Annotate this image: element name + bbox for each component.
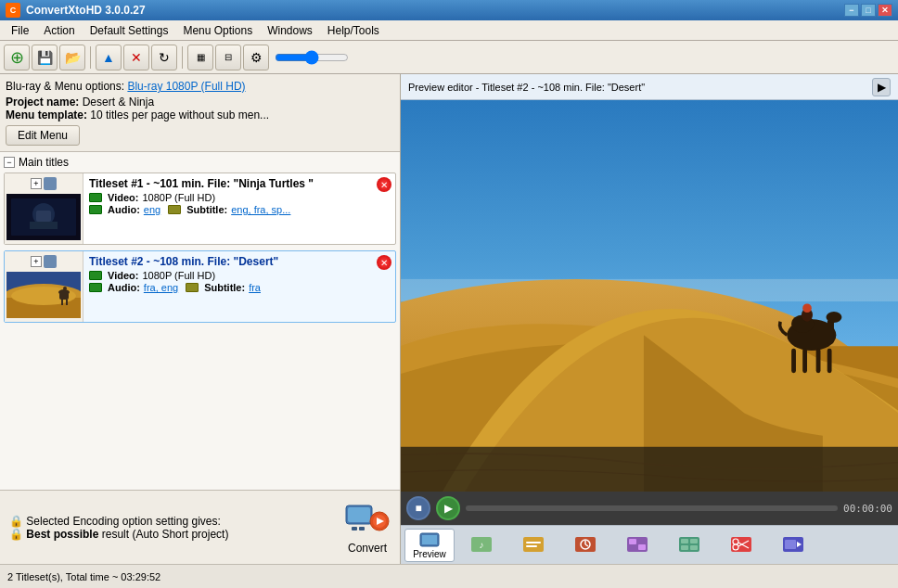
view-btn1[interactable]: ▦ xyxy=(187,45,213,70)
expand-icon[interactable]: − xyxy=(4,157,15,168)
audio-icon-2 xyxy=(89,283,102,292)
toolbar-sep2 xyxy=(182,46,183,69)
titleset-1-expand: + xyxy=(31,177,57,190)
preview-nav-arrow[interactable]: ▶ xyxy=(872,78,891,96)
titleset-1-remove[interactable]: ✕ xyxy=(377,177,391,192)
menu-file[interactable]: File xyxy=(4,20,36,40)
app-icon: C xyxy=(6,3,20,18)
menu-default-settings[interactable]: Default Settings xyxy=(83,20,176,40)
multi-tab-icon xyxy=(679,536,699,553)
convert-button-area[interactable]: Convert xyxy=(344,501,391,555)
encoding-info-line1: 🔒 Selected Encoding option setting gives… xyxy=(9,515,335,528)
maximize-button[interactable]: □ xyxy=(861,4,876,17)
titleset-1-audio[interactable]: eng xyxy=(144,204,160,215)
best-possible-label: Best possible xyxy=(26,528,98,541)
title-bar: C ConvertXtoHD 3.0.0.27 − □ ✕ xyxy=(0,0,898,20)
audio-label-1: Audio: xyxy=(108,204,140,215)
window-controls: − □ ✕ xyxy=(844,4,892,17)
menu-windows[interactable]: Windows xyxy=(260,20,320,40)
edit-menu-button[interactable]: Edit Menu xyxy=(6,125,80,146)
svg-rect-4 xyxy=(30,222,58,229)
subtitle-label-1: Subtitle: xyxy=(186,204,227,215)
svg-rect-54 xyxy=(681,545,688,550)
titleset-1-subtitle[interactable]: eng, fra, sp... xyxy=(231,204,290,215)
titleset-1-video: 1080P (Full HD) xyxy=(142,192,215,203)
subtitle-label-2: Subtitle: xyxy=(204,282,245,293)
svg-rect-33 xyxy=(827,349,832,374)
titleset-1-expand-icon[interactable]: + xyxy=(31,178,42,189)
menu-action[interactable]: Action xyxy=(36,20,82,40)
svg-rect-42 xyxy=(526,542,541,543)
svg-rect-50 xyxy=(638,544,646,550)
toolbar-sep1 xyxy=(90,46,91,69)
status-bar: 2 Titleset(s), Total time ~ 03:29:52 xyxy=(0,564,898,588)
convert-info: 🔒 Selected Encoding option setting gives… xyxy=(9,515,335,541)
svg-rect-38 xyxy=(422,535,437,544)
settings-button[interactable]: ⚙ xyxy=(243,45,269,70)
save-button[interactable]: 💾 xyxy=(32,45,58,70)
left-panel: Blu-ray & Menu options: Blu-ray 1080P (F… xyxy=(0,74,401,564)
desert-scene xyxy=(401,100,898,492)
svg-rect-11 xyxy=(59,292,69,300)
project-name-line: Project name: Desert & Ninja xyxy=(6,96,394,109)
refresh-button[interactable]: ↻ xyxy=(151,45,177,70)
menu-options[interactable]: Menu Options xyxy=(175,20,260,40)
tab-video2[interactable] xyxy=(768,533,818,556)
video-icon-1 xyxy=(89,193,102,202)
preview-tabs: Preview ♪ xyxy=(401,525,898,564)
encoding-info-line2: 🔒 Best possible result (Auto Short proje… xyxy=(9,528,335,541)
titleset-2-expand-icon[interactable]: + xyxy=(31,256,42,267)
tab-cut[interactable] xyxy=(716,533,766,556)
svg-rect-53 xyxy=(690,539,698,543)
minimize-button[interactable]: − xyxy=(844,4,859,17)
new-button[interactable]: ⊕ xyxy=(4,45,30,70)
blu-ray-link[interactable]: Blu-ray 1080P (Full HD) xyxy=(127,80,245,93)
tab-effects[interactable] xyxy=(612,533,662,556)
right-panel: Preview editor - Titleset #2 - ~108 min.… xyxy=(401,74,898,564)
cancel-button[interactable]: ✕ xyxy=(123,45,149,70)
titleset-1-audio-row: Audio: eng Subtitle: eng, fra, sp... xyxy=(89,204,367,215)
svg-rect-3 xyxy=(36,211,51,222)
stop-button[interactable]: ■ xyxy=(406,496,430,520)
svg-rect-30 xyxy=(791,349,796,374)
svg-rect-31 xyxy=(802,349,807,374)
titleset-1-item: + Titleset #1 - ~101 min. xyxy=(4,173,396,245)
video-label-1: Video: xyxy=(108,192,138,203)
titleset-2-remove[interactable]: ✕ xyxy=(377,255,391,270)
titleset-2-subtitle[interactable]: fra xyxy=(249,282,261,293)
svg-rect-55 xyxy=(690,545,698,550)
tab-audio[interactable]: ♪ xyxy=(456,533,507,556)
up-button[interactable]: ▲ xyxy=(96,45,122,70)
titleset-2-audio[interactable]: fra, eng xyxy=(144,282,178,293)
titleset-2-audio-row: Audio: fra, eng Subtitle: fra xyxy=(89,282,367,293)
section-label: Main titles xyxy=(19,156,69,169)
open-button[interactable]: 📂 xyxy=(59,45,85,70)
close-button[interactable]: ✕ xyxy=(878,4,892,17)
titles-area: − Main titles + xyxy=(0,152,400,490)
blu-ray-label: Blu-ray & Menu options: xyxy=(6,80,124,93)
svg-rect-36 xyxy=(401,447,898,492)
status-text: 2 Titleset(s), Total time ~ 03:29:52 xyxy=(7,571,160,582)
app-title: ConvertXtoHD 3.0.0.27 xyxy=(26,4,146,17)
subtitles-tab-icon xyxy=(523,536,544,553)
blu-ray-line: Blu-ray & Menu options: Blu-ray 1080P (F… xyxy=(6,80,394,93)
titleset-1-small-icon xyxy=(44,177,57,190)
titleset-2-small-icon xyxy=(44,255,57,268)
svg-rect-21 xyxy=(359,527,365,530)
progress-bar[interactable] xyxy=(466,505,838,511)
svg-rect-43 xyxy=(526,545,537,547)
menu-help[interactable]: Help/Tools xyxy=(320,20,387,40)
svg-point-35 xyxy=(802,303,812,313)
tab-subtitles[interactable] xyxy=(508,533,558,556)
tab-preview[interactable]: Preview xyxy=(404,529,455,562)
svg-rect-52 xyxy=(681,539,688,543)
preview-title: Preview editor - Titleset #2 - ~108 min.… xyxy=(408,82,645,93)
video-icon-2 xyxy=(89,271,102,280)
tab-chapters[interactable] xyxy=(560,533,610,556)
view-btn2[interactable]: ⊟ xyxy=(215,45,241,70)
zoom-slider[interactable] xyxy=(275,50,349,65)
tab-multi[interactable] xyxy=(664,533,714,556)
play-button[interactable]: ▶ xyxy=(436,496,460,520)
subtitle-icon-2 xyxy=(186,283,199,292)
titleset-2-item: + xyxy=(4,250,396,323)
